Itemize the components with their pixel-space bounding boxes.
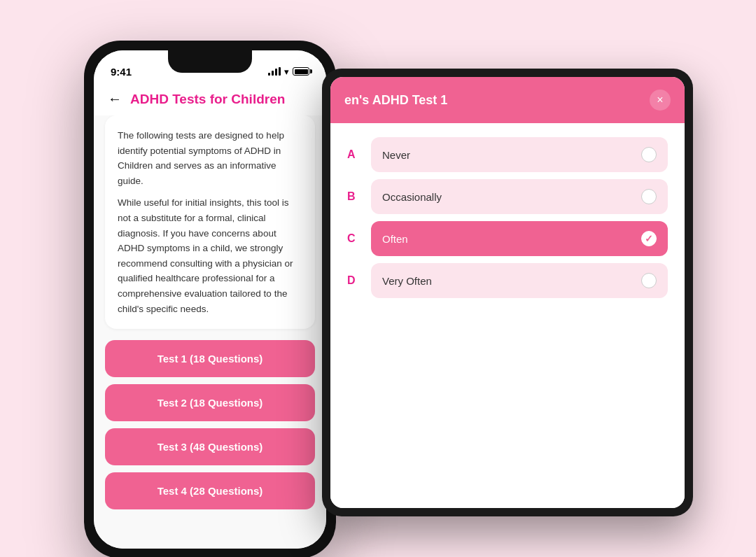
info-card: The following tests are designed to help… xyxy=(105,115,315,329)
back-button[interactable]: ← xyxy=(108,91,122,107)
info-para-1: The following tests are designed to help… xyxy=(118,128,302,188)
modal-close-button[interactable]: × xyxy=(650,90,671,111)
modal-body: A Never B Occasionally C xyxy=(330,123,685,508)
phone-page-title: ADHD Tests for Children xyxy=(130,92,285,107)
option-text-a: Never xyxy=(382,149,410,161)
phone-notch xyxy=(168,50,252,73)
signal-icon xyxy=(268,67,281,76)
phone-status-bar: 9:41 ▾ xyxy=(94,50,326,84)
test-3-button[interactable]: Test 3 (48 Questions) xyxy=(105,428,315,465)
option-radio-c: ✓ xyxy=(641,231,657,246)
option-letter-c: C xyxy=(347,232,361,245)
option-text-c: Often xyxy=(382,233,408,245)
status-time: 9:41 xyxy=(111,66,132,78)
option-letter-b: B xyxy=(347,190,361,203)
option-row-a: A Never xyxy=(344,137,671,172)
option-radio-b xyxy=(641,189,657,204)
phone-device: 9:41 ▾ ← ADHD Tests for Children xyxy=(84,41,336,557)
test-4-button[interactable]: Test 4 (28 Questions) xyxy=(105,472,315,509)
option-row-d: D Very Often xyxy=(344,263,671,298)
scene: 9:41 ▾ ← ADHD Tests for Children xyxy=(63,27,693,530)
test-2-button[interactable]: Test 2 (18 Questions) xyxy=(105,384,315,421)
option-letter-d: D xyxy=(347,274,361,287)
option-radio-a xyxy=(641,147,657,162)
test-1-button[interactable]: Test 1 (18 Questions) xyxy=(105,340,315,377)
tablet-device: en's ADHD Test 1 × A Never B Occa xyxy=(322,69,693,516)
phone-content: The following tests are designed to help… xyxy=(94,115,326,549)
option-row-c: C Often ✓ xyxy=(344,221,671,256)
checkmark-icon: ✓ xyxy=(645,233,653,244)
wifi-icon: ▾ xyxy=(284,66,289,77)
option-letter-a: A xyxy=(347,148,361,161)
option-text-b: Occasionally xyxy=(382,191,442,203)
option-card-c[interactable]: Often ✓ xyxy=(371,221,668,256)
option-row-b: B Occasionally xyxy=(344,179,671,214)
battery-icon xyxy=(293,67,309,76)
option-card-b[interactable]: Occasionally xyxy=(371,179,668,214)
phone-header: ← ADHD Tests for Children xyxy=(94,84,326,115)
option-radio-d xyxy=(641,273,657,288)
option-card-a[interactable]: Never xyxy=(371,137,668,172)
modal-title: en's ADHD Test 1 xyxy=(344,93,447,108)
option-card-d[interactable]: Very Often xyxy=(371,263,668,298)
info-para-2: While useful for initial insights, this … xyxy=(118,195,302,316)
option-text-d: Very Often xyxy=(382,275,432,287)
status-icons: ▾ xyxy=(268,66,309,77)
modal-header: en's ADHD Test 1 × xyxy=(330,77,685,123)
